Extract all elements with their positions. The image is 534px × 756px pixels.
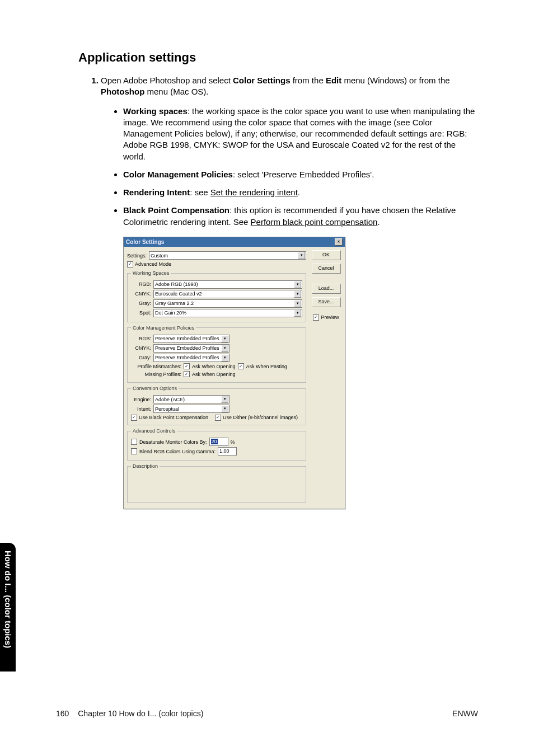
preview-checkbox[interactable]: [313, 314, 319, 321]
save-button[interactable]: Save...: [312, 297, 341, 307]
side-tab: How do I... (color topics): [0, 543, 16, 672]
advanced-mode-label: Advanced Mode: [135, 261, 171, 267]
step1-text-mid1: from the: [291, 76, 326, 85]
ws-rgb-label: RGB:: [131, 281, 151, 288]
pol-cmyk-combo[interactable]: Preserve Embedded Profiles▾: [153, 344, 229, 353]
group-working-spaces: Working Spaces RGB: Adobe RGB (1998)▾ CM…: [127, 270, 306, 322]
conv-dither-label: Use Dither (8-bit/channel images): [223, 414, 298, 421]
ok-button[interactable]: OK: [312, 250, 341, 260]
bullet-working-spaces: Working spaces: the working space is the…: [123, 106, 478, 162]
ws-gray-value: Gray Gamma 2.2: [155, 300, 194, 307]
pol-gray-combo[interactable]: Preserve Embedded Profiles▾: [153, 354, 229, 362]
settings-combo[interactable]: Custom ▾: [149, 251, 306, 260]
conv-bpc-checkbox[interactable]: [131, 415, 137, 421]
chevron-down-icon: ▾: [221, 335, 228, 342]
close-icon[interactable]: ×: [335, 238, 343, 246]
ws-spot-label: Spot:: [131, 309, 151, 316]
mismatch-open-label: Ask When Opening: [192, 363, 236, 370]
page-footer: 160 Chapter 10 How do I... (color topics…: [56, 709, 478, 718]
bullet-cmp: Color Management Policies: select 'Prese…: [123, 169, 478, 180]
ws-rgb-value: Adobe RGB (1998): [155, 281, 198, 288]
pol-rgb-combo[interactable]: Preserve Embedded Profiles▾: [153, 335, 229, 343]
step1-bold-color-settings: Color Settings: [233, 76, 291, 85]
group-policies: Color Management Policies RGB: Preserve …: [127, 325, 306, 383]
ws-rgb-combo[interactable]: Adobe RGB (1998)▾: [153, 280, 302, 289]
mismatch-paste-checkbox[interactable]: [238, 363, 244, 369]
pol-gray-value: Preserve Embedded Profiles: [155, 354, 219, 361]
conv-engine-label: Engine:: [131, 396, 151, 403]
pol-legend: Color Management Policies: [131, 325, 196, 331]
adv-desat-unit: %: [231, 439, 235, 445]
group-advanced: Advanced Controls Desaturate Monitor Col…: [127, 428, 306, 461]
ws-spot-value: Dot Gain 20%: [155, 309, 186, 316]
group-description: Description: [127, 463, 306, 503]
pol-missing-label: Missing Profiles:: [131, 371, 181, 378]
cmp-text: : select 'Preserve Embedded Profiles'.: [233, 170, 374, 179]
mismatch-open-checkbox[interactable]: [184, 363, 190, 369]
chevron-down-icon: ▾: [221, 405, 228, 412]
bullet-rendering-intent: Rendering Intent: see Set the rendering …: [123, 187, 478, 198]
ws-legend: Working Spaces: [131, 270, 171, 276]
ws-cmyk-combo[interactable]: Euroscale Coated v2▾: [153, 290, 302, 298]
adv-blend-checkbox[interactable]: [131, 448, 137, 454]
settings-value: Custom: [151, 252, 168, 259]
preview-label: Preview: [321, 314, 339, 321]
missing-open-checkbox[interactable]: [184, 371, 190, 377]
group-conversion: Conversion Options Engine: Adobe (ACE)▾ …: [127, 385, 306, 425]
footer-page-number: 160: [56, 709, 69, 718]
chevron-down-icon: ▾: [294, 281, 301, 288]
adv-desat-value: 20: [211, 439, 218, 444]
adv-desat-label: Desaturate Monitor Colors By:: [139, 439, 207, 445]
conv-engine-value: Adobe (ACE): [155, 396, 185, 403]
conv-legend: Conversion Options: [131, 385, 179, 392]
adv-desat-input[interactable]: 20: [209, 438, 228, 446]
ws-spot-combo[interactable]: Dot Gain 20%▾: [153, 309, 302, 317]
advanced-mode-checkbox[interactable]: [127, 261, 133, 267]
bpc-link[interactable]: Perform black point compensation: [251, 217, 378, 227]
conv-intent-value: Perceptual: [155, 406, 179, 412]
cmp-label: Color Management Policies: [123, 170, 233, 179]
step-1: Open Adobe Photoshop and select Color Se…: [101, 75, 478, 509]
step1-text-post: menu (Mac OS).: [144, 87, 208, 96]
missing-open-label: Ask When Opening: [192, 371, 236, 378]
chevron-down-icon: ▾: [298, 252, 305, 259]
step1-bold-edit: Edit: [326, 76, 341, 85]
pol-cmyk-value: Preserve Embedded Profiles: [155, 345, 219, 351]
ri-post: .: [298, 187, 300, 197]
color-settings-dialog: Color Settings × Settings: Custom ▾: [123, 237, 345, 510]
load-button[interactable]: Load...: [312, 284, 341, 294]
ri-link[interactable]: Set the rendering intent: [210, 187, 298, 197]
adv-desat-checkbox[interactable]: [131, 439, 137, 445]
footer-chapter: Chapter 10 How do I... (color topics): [78, 709, 203, 718]
ws-gray-combo[interactable]: Gray Gamma 2.2▾: [153, 299, 302, 308]
bullet-bpc: Black Point Compensation: this option is…: [123, 205, 478, 228]
step1-text-mid2: menu (Windows) or from the: [341, 76, 449, 85]
step1-text-pre: Open Adobe Photoshop and select: [101, 76, 233, 85]
pol-rgb-value: Preserve Embedded Profiles: [155, 335, 219, 342]
ws-gray-label: Gray:: [131, 300, 151, 307]
conv-engine-combo[interactable]: Adobe (ACE)▾: [153, 395, 229, 403]
dialog-title-text: Color Settings: [126, 238, 164, 246]
chevron-down-icon: ▾: [221, 345, 228, 352]
chevron-down-icon: ▾: [294, 290, 301, 298]
cancel-button[interactable]: Cancel: [312, 264, 341, 274]
settings-label: Settings:: [127, 252, 147, 259]
sub-bullet-list: Working spaces: the working space is the…: [101, 106, 478, 228]
chevron-down-icon: ▾: [294, 300, 301, 307]
pol-gray-label: Gray:: [131, 354, 151, 361]
numbered-list: Open Adobe Photoshop and select Color Se…: [78, 75, 478, 509]
pol-rgb-label: RGB:: [131, 335, 151, 342]
conv-intent-combo[interactable]: Perceptual▾: [153, 405, 229, 413]
adv-blend-input[interactable]: 1.00: [218, 447, 237, 456]
bpc-label: Black Point Compensation: [123, 205, 229, 215]
chevron-down-icon: ▾: [221, 396, 228, 403]
conv-bpc-label: Use Black Point Compensation: [139, 414, 208, 421]
footer-right: ENWW: [452, 709, 478, 718]
adv-legend: Advanced Controls: [131, 428, 177, 434]
chevron-down-icon: ▾: [294, 309, 301, 317]
ws-cmyk-label: CMYK:: [131, 290, 151, 297]
ws-label: Working spaces: [123, 106, 188, 116]
ri-mid: : see: [190, 187, 210, 197]
conv-intent-label: Intent:: [131, 406, 151, 412]
conv-dither-checkbox[interactable]: [215, 415, 221, 421]
